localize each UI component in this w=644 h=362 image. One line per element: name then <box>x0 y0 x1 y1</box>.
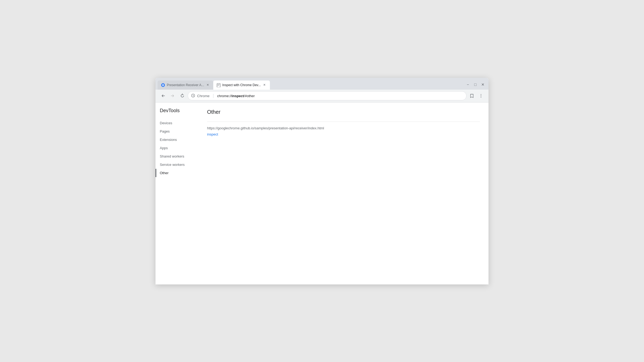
entry-url: https://googlechrome.github.io/samples/p… <box>207 126 480 130</box>
tab-title-2: Inspect with Chrome Dev... <box>222 83 261 87</box>
sidebar-item-other[interactable]: Other <box>155 169 198 177</box>
sidebar-title: DevTools <box>155 108 198 119</box>
tab-favicon-2 <box>216 83 221 87</box>
nav-actions <box>468 92 485 100</box>
tab-favicon-1 <box>161 83 165 87</box>
sidebar: DevTools Devices Pages Extensions Apps S… <box>155 103 198 284</box>
svg-point-6 <box>481 96 481 96</box>
tab-close-1[interactable]: ✕ <box>206 83 210 87</box>
forward-icon <box>170 93 175 98</box>
address-scheme: chrome:// <box>217 94 231 98</box>
tab-title-1: Presentation Receiver A... <box>167 83 204 87</box>
entry-inspect-link[interactable]: inspect <box>207 132 218 136</box>
page-title: Other <box>207 109 480 115</box>
main-content: Other https://googlechrome.github.io/sam… <box>198 103 489 284</box>
reload-icon <box>180 93 185 98</box>
address-highlight: inspect <box>232 94 244 98</box>
reload-button[interactable] <box>178 92 187 100</box>
chrome-brand-label: Chrome <box>197 94 209 98</box>
more-icon <box>479 93 483 98</box>
tab-close-2[interactable]: ✕ <box>262 83 267 87</box>
page-content: DevTools Devices Pages Extensions Apps S… <box>155 103 489 284</box>
nav-bar: Chrome | chrome://inspect/#other <box>155 90 489 103</box>
browser-window: Presentation Receiver A... ✕ Inspect wit… <box>155 78 489 284</box>
tab-presentation-receiver[interactable]: Presentation Receiver A... ✕ <box>158 81 213 90</box>
minimize-button[interactable]: − <box>464 81 471 88</box>
back-button[interactable] <box>159 92 167 100</box>
sidebar-item-shared-workers[interactable]: Shared workers <box>155 152 198 160</box>
svg-point-5 <box>481 94 481 95</box>
bookmark-button[interactable] <box>468 92 476 100</box>
maximize-button[interactable]: □ <box>472 81 479 88</box>
sidebar-item-apps[interactable]: Apps <box>155 144 198 152</box>
address-divider: | <box>213 93 214 98</box>
title-bar: Presentation Receiver A... ✕ Inspect wit… <box>155 78 489 90</box>
window-controls: − □ ✕ <box>464 81 486 88</box>
close-button[interactable]: ✕ <box>479 81 486 88</box>
svg-point-7 <box>481 97 481 97</box>
bookmark-icon <box>469 93 474 98</box>
sidebar-nav: Devices Pages Extensions Apps Shared wor… <box>155 119 198 177</box>
sidebar-item-pages[interactable]: Pages <box>155 127 198 136</box>
more-button[interactable] <box>477 92 485 100</box>
sidebar-item-extensions[interactable]: Extensions <box>155 136 198 144</box>
entry-0: https://googlechrome.github.io/samples/p… <box>207 126 480 137</box>
sidebar-item-service-workers[interactable]: Service workers <box>155 160 198 169</box>
security-icon <box>191 94 195 98</box>
tab-inspect-chrome[interactable]: Inspect with Chrome Dev... ✕ <box>213 81 270 90</box>
back-icon <box>161 93 165 98</box>
sidebar-item-devices[interactable]: Devices <box>155 119 198 127</box>
forward-button[interactable] <box>168 92 177 100</box>
section-divider <box>207 122 480 122</box>
address-rest: /#other <box>244 94 255 98</box>
address-url: chrome://inspect/#other <box>217 94 463 98</box>
address-bar[interactable]: Chrome | chrome://inspect/#other <box>188 91 466 100</box>
